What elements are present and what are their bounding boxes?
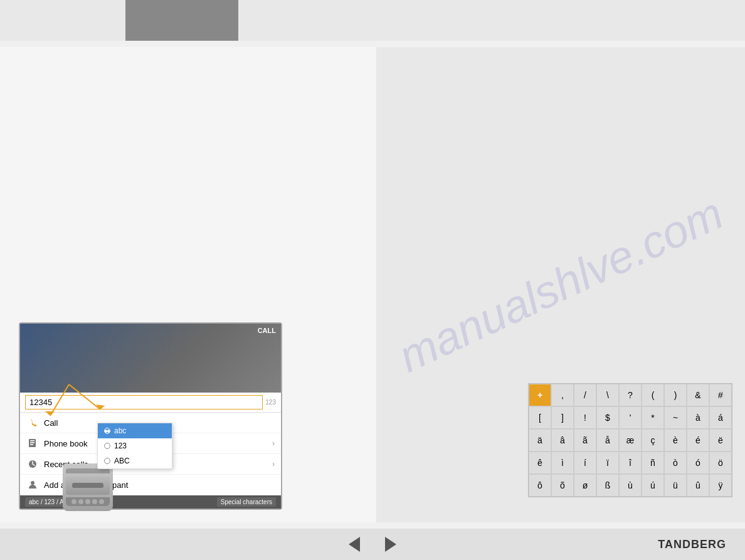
char-cell-0-0[interactable]: + bbox=[529, 384, 551, 406]
char-cell-4-2[interactable]: ø bbox=[574, 474, 596, 497]
input-bar: 123 bbox=[20, 393, 281, 413]
radio-abc bbox=[104, 428, 110, 434]
recentcalls-icon bbox=[26, 458, 39, 470]
phonebook-arrow: › bbox=[272, 439, 275, 448]
char-cell-0-4[interactable]: ? bbox=[619, 384, 642, 406]
dropdown-item-ABC[interactable]: ABC bbox=[98, 453, 172, 468]
phone-icon bbox=[26, 416, 39, 429]
footer-nav bbox=[349, 537, 396, 552]
call-label-text: Call bbox=[44, 418, 58, 428]
call-label: CALL bbox=[258, 327, 276, 334]
footer: TANDBERG bbox=[0, 529, 745, 560]
phonebook-label: Phone book bbox=[44, 439, 87, 448]
mockup-bottom-bar: abc / 123 / ABC Special characters bbox=[20, 495, 281, 509]
char-cell-4-0[interactable]: ô bbox=[529, 474, 551, 497]
char-cell-3-7[interactable]: ó bbox=[687, 452, 709, 474]
char-cell-2-5[interactable]: ç bbox=[642, 429, 664, 452]
char-row-3: êìíïîñòóö bbox=[529, 452, 732, 474]
dropdown-ABC-label: ABC bbox=[114, 457, 130, 465]
char-cell-1-8[interactable]: á bbox=[709, 406, 732, 429]
char-cell-2-3[interactable]: å bbox=[596, 429, 619, 452]
special-chars-grid: +,/\?()&#[]!$'*~àáäâãåæçèéëêìíïîñòóöôõøß… bbox=[528, 383, 732, 497]
char-cell-3-1[interactable]: ì bbox=[551, 452, 574, 474]
char-cell-2-8[interactable]: ë bbox=[709, 429, 732, 452]
recentcalls-arrow: › bbox=[272, 460, 275, 468]
footer-brand: TANDBERG bbox=[658, 538, 726, 551]
svg-rect-1 bbox=[30, 440, 34, 441]
watermark: manualshlve.com bbox=[391, 187, 731, 382]
dial-input[interactable] bbox=[25, 395, 263, 409]
radio-ABC bbox=[104, 458, 110, 464]
dropdown-item-123[interactable]: 123 bbox=[98, 438, 172, 453]
char-cell-1-3[interactable]: $ bbox=[596, 406, 619, 429]
char-cell-3-0[interactable]: ê bbox=[529, 452, 551, 474]
char-cell-0-7[interactable]: & bbox=[687, 384, 709, 406]
char-cell-0-5[interactable]: ( bbox=[642, 384, 664, 406]
radio-123 bbox=[104, 443, 110, 449]
char-cell-3-3[interactable]: ï bbox=[596, 452, 619, 474]
next-button[interactable] bbox=[385, 537, 396, 552]
char-row-1: []!$'*~àá bbox=[529, 406, 732, 429]
char-cell-3-6[interactable]: ò bbox=[664, 452, 687, 474]
char-row-2: äâãåæçèéë bbox=[529, 429, 732, 452]
dropdown-123-label: 123 bbox=[114, 441, 127, 450]
left-panel: CALL 123 Call bbox=[0, 47, 376, 522]
dropdown-popup: abc 123 ABC bbox=[97, 423, 172, 469]
char-count: 123 bbox=[265, 399, 276, 406]
char-cell-0-6[interactable]: ) bbox=[664, 384, 687, 406]
char-cell-0-3[interactable]: \ bbox=[596, 384, 619, 406]
char-cell-2-1[interactable]: â bbox=[551, 429, 574, 452]
menu-item-addparticipant[interactable]: Add another participant bbox=[20, 475, 281, 495]
right-panel: manualshlve.com +,/\?()&#[]!$'*~àáäâãåæç… bbox=[376, 47, 745, 522]
char-cell-0-2[interactable]: / bbox=[574, 384, 596, 406]
device-mockup: CALL 123 Call bbox=[19, 322, 282, 510]
char-cell-3-4[interactable]: î bbox=[619, 452, 642, 474]
svg-rect-2 bbox=[30, 442, 34, 443]
char-cell-4-1[interactable]: õ bbox=[551, 474, 574, 497]
char-row-4: ôõøßùúüûÿ bbox=[529, 474, 732, 497]
char-cell-2-4[interactable]: æ bbox=[619, 429, 642, 452]
controller bbox=[63, 463, 113, 511]
char-cell-4-5[interactable]: ú bbox=[642, 474, 664, 497]
char-cell-2-6[interactable]: è bbox=[664, 429, 687, 452]
char-cell-4-3[interactable]: ß bbox=[596, 474, 619, 497]
call-video-bg bbox=[20, 324, 281, 393]
char-cell-4-6[interactable]: ü bbox=[664, 474, 687, 497]
char-cell-1-2[interactable]: ! bbox=[574, 406, 596, 429]
dropdown-item-abc[interactable]: abc bbox=[98, 423, 172, 438]
prev-button[interactable] bbox=[349, 537, 360, 552]
char-cell-0-1[interactable]: , bbox=[551, 384, 574, 406]
phonebook-icon bbox=[26, 437, 39, 450]
svg-point-5 bbox=[31, 481, 34, 485]
header-tab bbox=[125, 0, 238, 41]
svg-rect-3 bbox=[30, 444, 33, 445]
char-cell-2-2[interactable]: ã bbox=[574, 429, 596, 452]
char-cell-1-4[interactable]: ' bbox=[619, 406, 642, 429]
char-cell-4-7[interactable]: û bbox=[687, 474, 709, 497]
call-screen: CALL bbox=[20, 324, 281, 393]
char-cell-1-0[interactable]: [ bbox=[529, 406, 551, 429]
char-cell-2-7[interactable]: é bbox=[687, 429, 709, 452]
controller-body bbox=[63, 463, 113, 511]
char-cell-1-1[interactable]: ] bbox=[551, 406, 574, 429]
char-cell-3-5[interactable]: ñ bbox=[642, 452, 664, 474]
main-content: CALL 123 Call bbox=[0, 47, 745, 522]
char-cell-4-8[interactable]: ÿ bbox=[709, 474, 732, 497]
char-row-0: +,/\?()&# bbox=[529, 384, 732, 406]
char-cell-1-7[interactable]: à bbox=[687, 406, 709, 429]
char-cell-4-4[interactable]: ù bbox=[619, 474, 642, 497]
header bbox=[0, 0, 745, 41]
char-cell-3-2[interactable]: í bbox=[574, 452, 596, 474]
char-cell-1-6[interactable]: ~ bbox=[664, 406, 687, 429]
char-cell-1-5[interactable]: * bbox=[642, 406, 664, 429]
dropdown-abc-label: abc bbox=[114, 426, 126, 435]
char-cell-3-8[interactable]: ö bbox=[709, 452, 732, 474]
bottom-bar-right[interactable]: Special characters bbox=[217, 497, 276, 507]
char-cell-2-0[interactable]: ä bbox=[529, 429, 551, 452]
char-cell-0-8[interactable]: # bbox=[709, 384, 732, 406]
addparticipant-icon bbox=[26, 478, 39, 491]
